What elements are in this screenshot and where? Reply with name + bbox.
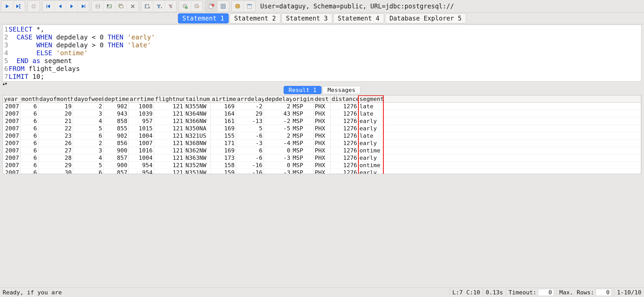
result-tabs: Result 1Messages — [0, 85, 644, 95]
delete-row-button[interactable] — [127, 1, 138, 12]
clear-filter-button[interactable] — [165, 1, 176, 12]
select-columns-button[interactable] — [141, 1, 153, 12]
table-row[interactable]: 20076214858957121N366NW161-13-2MSPPHX127… — [3, 117, 641, 125]
splitter-handle[interactable]: ▲▼ — [3, 81, 641, 85]
line-number: 2 — [3, 33, 9, 41]
tab-statement-1[interactable]: Statement 1 — [178, 13, 229, 23]
filter-button[interactable] — [153, 1, 165, 12]
status-cursor-pos: L:7 C:10 — [450, 288, 483, 297]
db-properties-button[interactable] — [243, 1, 255, 12]
column-header-dest[interactable]: dest — [314, 95, 330, 103]
tab-result-1[interactable]: Result 1 — [284, 86, 321, 94]
column-header-arrtime[interactable]: arrtime — [129, 95, 154, 103]
column-header-deptime[interactable]: deptime — [103, 95, 129, 103]
sql-editor[interactable]: 1SELECT *,2 CASE WHEN depdelay < 0 THEN … — [3, 25, 641, 81]
run-button[interactable] — [2, 1, 13, 12]
svg-rect-24 — [145, 4, 146, 8]
svg-rect-35 — [210, 4, 212, 5]
next-record-button[interactable] — [66, 1, 77, 12]
line-number: 4 — [3, 49, 9, 57]
tab-messages[interactable]: Messages — [323, 86, 360, 94]
svg-marker-27 — [161, 7, 162, 8]
svg-rect-12 — [85, 4, 85, 8]
svg-rect-37 — [213, 4, 213, 6]
column-header-segment[interactable]: segment — [358, 95, 384, 103]
svg-rect-39 — [221, 4, 225, 8]
column-header-airtime[interactable]: airtime — [211, 95, 236, 103]
svg-marker-26 — [157, 5, 161, 8]
line-number: 3 — [3, 41, 9, 49]
tab-statement-3[interactable]: Statement 3 — [282, 13, 332, 23]
maxrows-input[interactable]: 0 — [596, 289, 611, 296]
statement-tabs: Statement 1Statement 2Statement 3Stateme… — [0, 13, 644, 24]
transaction-alert-button[interactable] — [206, 1, 217, 12]
tab-statement-5[interactable]: Database Explorer 5 — [385, 13, 466, 23]
svg-rect-2 — [19, 4, 20, 8]
connection-info: User=dataguy, Schema=public, URL=jdbc:po… — [258, 2, 643, 11]
status-timeout: Timeout: 0 — [506, 288, 557, 297]
result-grid-button[interactable] — [217, 1, 229, 12]
table-row[interactable]: 200762039431039121N364NW1642943MSPPHX127… — [3, 110, 641, 117]
status-ready: Ready, if you are — [0, 288, 450, 297]
svg-rect-4 — [19, 8, 21, 8]
prev-record-button[interactable] — [54, 1, 66, 12]
svg-marker-10 — [70, 4, 73, 8]
copy-row-button[interactable] — [115, 1, 127, 12]
svg-rect-46 — [247, 4, 252, 6]
column-header-arrdelay[interactable]: arrdelay — [236, 95, 264, 103]
svg-marker-0 — [6, 4, 9, 8]
table-row[interactable]: 20076306857954121N351NW159-16-3MSPPHX127… — [3, 169, 641, 174]
table-row[interactable]: 200762848571004121N363NW173-6-3MSPPHX127… — [3, 154, 641, 162]
first-record-button[interactable] — [43, 1, 54, 12]
results-grid[interactable]: yearmonthdayofmonthdayofweekdeptimearrti… — [3, 95, 641, 174]
line-number: 6 — [3, 65, 9, 73]
svg-rect-7 — [47, 4, 47, 8]
rollback-button[interactable] — [191, 1, 202, 12]
db-explorer-button[interactable] — [232, 1, 243, 12]
status-elapsed: 0.13s — [483, 288, 506, 297]
table-row[interactable]: 20076295900954121N352NW158-160MSPPHX1276… — [3, 162, 641, 169]
svg-rect-3 — [19, 4, 21, 5]
svg-marker-9 — [59, 4, 62, 8]
svg-rect-38 — [213, 6, 213, 6]
column-header-year[interactable]: year — [3, 95, 20, 103]
tab-statement-4[interactable]: Statement 4 — [333, 13, 384, 23]
svg-marker-1 — [16, 4, 19, 8]
column-header-month[interactable]: month — [20, 95, 38, 103]
table-row[interactable]: 200762628561007121N368NW171-3-4MSPPHX127… — [3, 140, 641, 147]
toolbar: User=dataguy, Schema=public, URL=jdbc:po… — [0, 0, 644, 13]
table-row[interactable]: 200761929021008121N355NW169-22MSPPHX1276… — [3, 103, 641, 110]
svg-rect-20 — [120, 5, 123, 8]
line-number: 1 — [3, 25, 9, 33]
line-number: 5 — [3, 57, 9, 65]
table-row[interactable]: 200762258551015121N350NA1695-5MSPPHX1276… — [3, 125, 641, 132]
table-row[interactable]: 200762739001016121N362NW16960MSPPHX1276o… — [3, 147, 641, 154]
save-button[interactable] — [92, 1, 104, 12]
run-cursor-button[interactable] — [13, 1, 25, 12]
svg-marker-11 — [82, 4, 84, 8]
status-maxrows: Max. Rows: 0 — [557, 288, 614, 297]
stop-button[interactable] — [28, 1, 39, 12]
svg-marker-18 — [107, 4, 109, 6]
svg-marker-25 — [149, 7, 150, 8]
svg-rect-6 — [33, 5, 35, 7]
column-header-depdelay[interactable]: depdelay — [264, 95, 292, 103]
status-bar: Ready, if you are L:7 C:10 0.13s Timeout… — [0, 288, 644, 297]
svg-rect-15 — [96, 7, 99, 8]
commit-button[interactable] — [179, 1, 191, 12]
column-header-origin[interactable]: origin — [292, 95, 314, 103]
column-header-dayofweek[interactable]: dayofweek — [73, 95, 103, 103]
svg-marker-8 — [47, 4, 50, 8]
last-record-button[interactable] — [77, 1, 89, 12]
column-header-tailnum[interactable]: tailnum — [184, 95, 211, 103]
timeout-input[interactable]: 0 — [538, 289, 554, 296]
column-header-distance[interactable]: distance — [330, 95, 358, 103]
svg-rect-14 — [96, 4, 99, 6]
column-header-dayofmonth[interactable]: dayofmonth — [38, 95, 73, 103]
status-row-range: 1-10/10 — [614, 288, 644, 297]
table-row[interactable]: 200762369021004121N321US155-62MSPPHX1276… — [3, 132, 641, 140]
column-header-flightnum[interactable]: flightnum — [154, 95, 184, 103]
tab-statement-2[interactable]: Statement 2 — [230, 13, 280, 23]
line-number: 7 — [3, 73, 9, 81]
insert-row-button[interactable] — [104, 1, 115, 12]
